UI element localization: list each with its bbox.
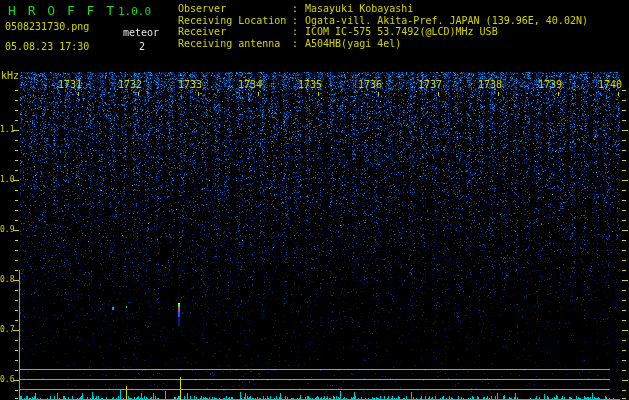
output-filename: 0508231730.png	[5, 21, 89, 32]
meteor-count: 2	[139, 41, 145, 52]
x-axis-tick-label: 1736	[358, 79, 382, 90]
x-axis-tick-label: 1737	[418, 79, 442, 90]
y-axis-tick-label: 0.6	[0, 375, 14, 384]
x-axis-tick-label: 1738	[478, 79, 502, 90]
app-version: 1.0.0	[118, 5, 151, 18]
info-row-location: Receiving Location : Ogata-vill. Akita-P…	[178, 15, 588, 27]
x-axis-tick-label: 1735	[298, 79, 322, 90]
x-axis-tick-label: 1732	[118, 79, 142, 90]
info-value: A504HB(yagi 4el)	[305, 38, 401, 50]
info-label: Receiving antenna	[178, 38, 292, 50]
info-value: ICOM IC-575 53.7492(@LCD)MHz USB	[305, 26, 498, 38]
spectrogram-canvas	[0, 0, 629, 400]
x-axis-tick-label: 1733	[178, 79, 202, 90]
info-label: Observer	[178, 3, 292, 15]
station-info-table: Observer : Masayuki Kobayashi Receiving …	[178, 3, 588, 50]
x-axis-tick-label: 1740	[598, 79, 622, 90]
x-axis-tick-label: 1731	[58, 79, 82, 90]
info-label: Receiving Location	[178, 15, 292, 27]
hrofft-screenshot: H R O F F T 1.0.0 0508231730.png meteor …	[0, 0, 629, 400]
x-axis-tick-label: 1734	[238, 79, 262, 90]
y-axis-unit-label: kHz	[1, 70, 19, 81]
info-separator: :	[292, 3, 305, 15]
app-title: H R O F F T	[8, 3, 116, 18]
info-separator: :	[292, 26, 305, 38]
info-row-antenna: Receiving antenna : A504HB(yagi 4el)	[178, 38, 588, 50]
info-value: Masayuki Kobayashi	[305, 3, 413, 15]
info-separator: :	[292, 15, 305, 27]
date-time-label: 05.08.23 17:30	[5, 41, 89, 52]
y-axis-tick-label: 0.8	[0, 275, 14, 284]
mode-label: meteor	[123, 27, 159, 38]
y-axis-tick-label: 1.1	[0, 125, 14, 134]
y-axis-tick-label: 1.0	[0, 175, 14, 184]
y-axis-tick-label: 0.9	[0, 225, 14, 234]
info-row-receiver: Receiver : ICOM IC-575 53.7492(@LCD)MHz …	[178, 26, 588, 38]
y-axis-tick-label: 0.7	[0, 325, 14, 334]
info-row-observer: Observer : Masayuki Kobayashi	[178, 3, 588, 15]
info-label: Receiver	[178, 26, 292, 38]
info-separator: :	[292, 38, 305, 50]
info-value: Ogata-vill. Akita-Pref. JAPAN (139.96E, …	[305, 15, 588, 27]
x-axis-tick-label: 1739	[538, 79, 562, 90]
